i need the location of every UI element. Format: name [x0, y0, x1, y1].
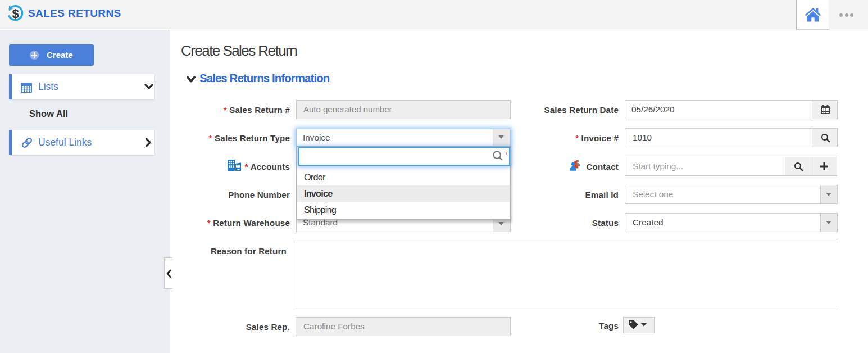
svg-text:$: $ [12, 7, 19, 21]
